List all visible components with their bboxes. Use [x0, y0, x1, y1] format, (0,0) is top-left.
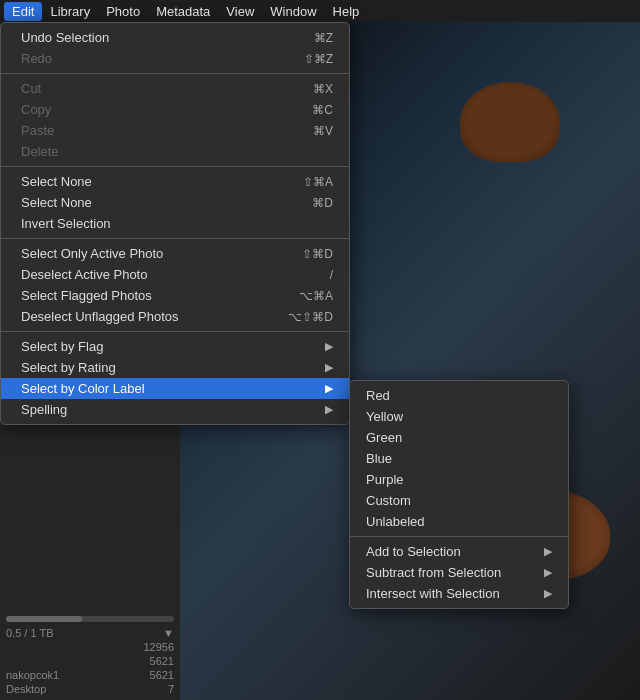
submenu-item-unlabeled-label: Unlabeled: [366, 514, 425, 529]
menu-item-deselect-active-shortcut: /: [330, 268, 333, 282]
menu-item-select-by-rating[interactable]: Select by Rating ▶: [1, 357, 349, 378]
edit-dropdown-menu: Undo Selection ⌘Z Redo ⇧⌘Z Cut ⌘X Copy ⌘…: [0, 22, 350, 425]
menu-item-deselect-active[interactable]: Deselect Active Photo /: [1, 264, 349, 285]
submenu-item-purple[interactable]: Purple: [350, 469, 568, 490]
submenu-item-subtract-from-selection-label: Subtract from Selection: [366, 565, 501, 580]
menubar-item-photo[interactable]: Photo: [98, 2, 148, 21]
stat-row-0: 12956: [6, 640, 174, 654]
menubar-item-edit[interactable]: Edit: [4, 2, 42, 21]
menu-item-select-by-rating-label: Select by Rating: [21, 360, 116, 375]
menu-item-deselect-unflagged-label: Deselect Unflagged Photos: [21, 309, 179, 324]
separator-3: [1, 238, 349, 239]
menu-item-cut[interactable]: Cut ⌘X: [1, 78, 349, 99]
menubar: Edit Library Photo Metadata View Window …: [0, 0, 640, 22]
storage-bar: [6, 616, 174, 622]
submenu-item-subtract-from-selection[interactable]: Subtract from Selection ▶: [350, 562, 568, 583]
submenu-item-add-to-selection-label: Add to Selection: [366, 544, 461, 559]
add-to-selection-arrow-icon: ▶: [544, 545, 552, 558]
menubar-item-help[interactable]: Help: [325, 2, 368, 21]
submenu-item-custom[interactable]: Custom: [350, 490, 568, 511]
menu-item-deselect-active-label: Deselect Active Photo: [21, 267, 147, 282]
menu-item-invert-selection-label: Invert Selection: [21, 216, 111, 231]
menu-item-redo-shortcut: ⇧⌘Z: [304, 52, 333, 66]
dessert-shape-1: [460, 82, 560, 162]
menu-item-select-none-2-shortcut: ⌘D: [312, 196, 333, 210]
storage-label-row: 0.5 / 1 TB ▼: [6, 626, 174, 640]
separator-2: [1, 166, 349, 167]
submenu-item-green-label: Green: [366, 430, 402, 445]
menu-item-select-by-flag-label: Select by Flag: [21, 339, 103, 354]
menubar-item-view[interactable]: View: [218, 2, 262, 21]
menu-item-deselect-unflagged-shortcut: ⌥⇧⌘D: [288, 310, 333, 324]
stat-value-2: 5621: [150, 669, 174, 681]
menu-item-select-by-flag[interactable]: Select by Flag ▶: [1, 336, 349, 357]
menu-item-delete-label: Delete: [21, 144, 59, 159]
storage-arrow-icon: ▼: [163, 627, 174, 639]
menu-item-deselect-unflagged[interactable]: Deselect Unflagged Photos ⌥⇧⌘D: [1, 306, 349, 327]
stat-label-3: Desktop: [6, 683, 46, 695]
submenu-item-unlabeled[interactable]: Unlabeled: [350, 511, 568, 532]
menu-item-cut-label: Cut: [21, 81, 41, 96]
menu-item-undo[interactable]: Undo Selection ⌘Z: [1, 27, 349, 48]
stat-value-1: 5621: [150, 655, 174, 667]
spelling-arrow-icon: ▶: [325, 403, 333, 416]
menu-item-copy-label: Copy: [21, 102, 51, 117]
stat-row-3: Desktop 7: [6, 682, 174, 696]
menu-item-paste[interactable]: Paste ⌘V: [1, 120, 349, 141]
submenu-separator-1: [350, 536, 568, 537]
menu-item-delete[interactable]: Delete: [1, 141, 349, 162]
storage-label: 0.5 / 1 TB: [6, 627, 54, 639]
menu-item-paste-shortcut: ⌘V: [313, 124, 333, 138]
stat-value-0: 12956: [143, 641, 174, 653]
menu-item-invert-selection[interactable]: Invert Selection: [1, 213, 349, 234]
subtract-from-selection-arrow-icon: ▶: [544, 566, 552, 579]
select-by-rating-arrow-icon: ▶: [325, 361, 333, 374]
intersect-with-selection-arrow-icon: ▶: [544, 587, 552, 600]
stat-value-3: 7: [168, 683, 174, 695]
menu-item-copy-shortcut: ⌘C: [312, 103, 333, 117]
submenu-item-yellow-label: Yellow: [366, 409, 403, 424]
menu-item-spelling[interactable]: Spelling ▶: [1, 399, 349, 420]
submenu-item-yellow[interactable]: Yellow: [350, 406, 568, 427]
submenu-item-intersect-with-selection-label: Intersect with Selection: [366, 586, 500, 601]
menu-item-select-flagged-shortcut: ⌥⌘A: [299, 289, 333, 303]
menu-item-cut-shortcut: ⌘X: [313, 82, 333, 96]
submenu-item-red-label: Red: [366, 388, 390, 403]
menu-item-select-none-1-label: Select None: [21, 174, 92, 189]
submenu-item-add-to-selection[interactable]: Add to Selection ▶: [350, 541, 568, 562]
menu-item-undo-label: Undo Selection: [21, 30, 109, 45]
menu-item-select-active[interactable]: Select Only Active Photo ⇧⌘D: [1, 243, 349, 264]
stat-row-1: 5621: [6, 654, 174, 668]
submenu-item-blue[interactable]: Blue: [350, 448, 568, 469]
separator-1: [1, 73, 349, 74]
submenu-item-green[interactable]: Green: [350, 427, 568, 448]
submenu-item-purple-label: Purple: [366, 472, 404, 487]
menu-item-paste-label: Paste: [21, 123, 54, 138]
submenu-item-intersect-with-selection[interactable]: Intersect with Selection ▶: [350, 583, 568, 604]
menu-item-redo-label: Redo: [21, 51, 52, 66]
menu-item-select-flagged[interactable]: Select Flagged Photos ⌥⌘A: [1, 285, 349, 306]
select-by-flag-arrow-icon: ▶: [325, 340, 333, 353]
menu-item-select-none-2[interactable]: Select None ⌘D: [1, 192, 349, 213]
submenu-item-blue-label: Blue: [366, 451, 392, 466]
menu-item-select-none-1[interactable]: Select None ⇧⌘A: [1, 171, 349, 192]
menubar-item-metadata[interactable]: Metadata: [148, 2, 218, 21]
separator-4: [1, 331, 349, 332]
menu-item-select-none-2-label: Select None: [21, 195, 92, 210]
storage-fill: [6, 616, 82, 622]
stat-row-2: nakopcok1 5621: [6, 668, 174, 682]
select-by-color-arrow-icon: ▶: [325, 382, 333, 395]
stat-label-2: nakopcok1: [6, 669, 59, 681]
menu-item-copy[interactable]: Copy ⌘C: [1, 99, 349, 120]
menubar-item-library[interactable]: Library: [42, 2, 98, 21]
menu-item-select-by-color-label: Select by Color Label: [21, 381, 145, 396]
color-label-submenu: Red Yellow Green Blue Purple Custom Unla…: [349, 380, 569, 609]
menubar-item-window[interactable]: Window: [262, 2, 324, 21]
menu-item-undo-shortcut: ⌘Z: [314, 31, 333, 45]
submenu-item-custom-label: Custom: [366, 493, 411, 508]
menu-item-select-none-1-shortcut: ⇧⌘A: [303, 175, 333, 189]
menu-item-select-by-color[interactable]: Select by Color Label ▶: [1, 378, 349, 399]
menu-item-redo[interactable]: Redo ⇧⌘Z: [1, 48, 349, 69]
submenu-item-red[interactable]: Red: [350, 385, 568, 406]
menu-item-select-flagged-label: Select Flagged Photos: [21, 288, 152, 303]
